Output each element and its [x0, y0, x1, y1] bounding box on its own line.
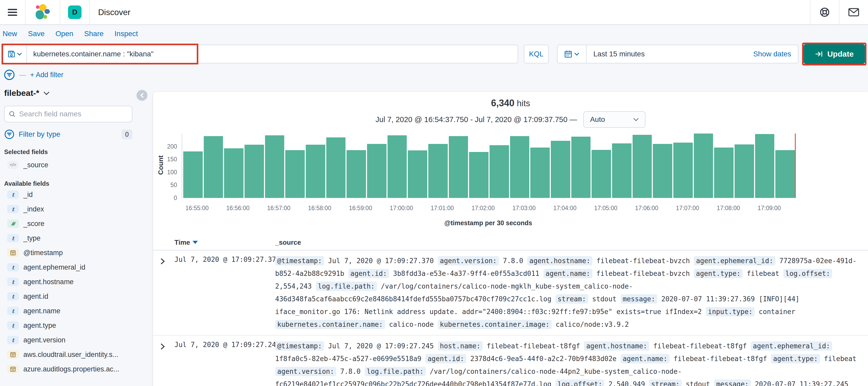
- histogram-bar[interactable]: [346, 150, 366, 198]
- histogram-bar[interactable]: [612, 143, 631, 198]
- source-field-name[interactable]: agent.type:: [771, 354, 820, 363]
- x-tick: 17:07:00: [676, 205, 699, 212]
- histogram-bar[interactable]: [551, 141, 570, 198]
- quick-select-button[interactable]: [558, 45, 587, 63]
- toolbar-link-share[interactable]: Share: [84, 30, 103, 38]
- source-field-name[interactable]: agent.hostname:: [527, 256, 592, 265]
- histogram-bar[interactable]: [592, 150, 611, 198]
- interval-select[interactable]: Auto: [583, 111, 646, 128]
- elastic-logo[interactable]: [25, 4, 60, 21]
- newsfeed-button[interactable]: [839, 0, 868, 24]
- time-column-header[interactable]: Time: [175, 238, 275, 246]
- field-item-_score[interactable]: #_score: [4, 216, 146, 231]
- histogram-bar[interactable]: [653, 144, 672, 198]
- source-field-name[interactable]: input.type:: [706, 307, 754, 316]
- field-item-_id[interactable]: t_id: [4, 187, 146, 202]
- histogram-bar[interactable]: [735, 144, 754, 198]
- histogram-bar[interactable]: [694, 133, 713, 198]
- source-field-name[interactable]: agent.id:: [348, 269, 389, 278]
- source-field-name[interactable]: agent.hostname:: [584, 341, 649, 351]
- source-field-name[interactable]: kubernetes.container.image:: [438, 320, 552, 329]
- field-item-aws.cloudtrail.user_identity.s...[interactable]: aws.cloudtrail.user_identity.s...: [4, 347, 146, 362]
- discover-app-badge[interactable]: D: [68, 5, 82, 19]
- expand-row-button[interactable]: [153, 255, 168, 331]
- field-item-agent.hostname[interactable]: tagent.hostname: [4, 274, 146, 289]
- histogram-bar[interactable]: [428, 144, 448, 198]
- kql-button[interactable]: KQL: [524, 45, 549, 63]
- field-item-@timestamp[interactable]: @timestamp: [4, 245, 146, 260]
- toolbar-link-open[interactable]: Open: [56, 30, 73, 38]
- histogram-bar[interactable]: [775, 150, 795, 198]
- source-field-name[interactable]: kubernetes.container.name:: [275, 320, 385, 329]
- saved-query-button[interactable]: [3, 45, 27, 63]
- show-dates-link[interactable]: Show dates: [753, 50, 798, 58]
- field-item-agent.ephemeral_id[interactable]: tagent.ephemeral_id: [4, 260, 146, 274]
- field-search-input[interactable]: [19, 110, 128, 118]
- source-field-name[interactable]: stream:: [556, 294, 588, 304]
- histogram-bar[interactable]: [755, 134, 775, 198]
- source-field-name[interactable]: log.file.path:: [316, 281, 377, 291]
- expand-row-button[interactable]: [153, 340, 168, 386]
- source-field-name[interactable]: agent.name:: [621, 354, 670, 363]
- histogram-bar[interactable]: [408, 150, 427, 198]
- histogram-bar[interactable]: [265, 135, 284, 198]
- source-field-name[interactable]: log.file.path:: [365, 367, 426, 376]
- histogram-bar[interactable]: [224, 148, 244, 198]
- collapse-sidebar-button[interactable]: [136, 90, 148, 101]
- histogram-bar[interactable]: [204, 136, 223, 198]
- source-field-name[interactable]: agent.ephemeral_id:: [694, 256, 775, 265]
- histogram-bar[interactable]: [449, 136, 468, 198]
- source-field-name[interactable]: host.name:: [438, 341, 483, 351]
- histogram-bar[interactable]: [571, 137, 591, 198]
- source-field-name[interactable]: agent.version:: [438, 256, 499, 265]
- histogram-bar[interactable]: [530, 148, 550, 198]
- filter-icon[interactable]: [4, 69, 15, 81]
- histogram-bar[interactable]: [306, 145, 325, 198]
- histogram-bar[interactable]: [490, 145, 509, 198]
- time-range-value[interactable]: Last 15 minutes: [587, 50, 645, 58]
- source-field-name[interactable]: @timestamp:: [275, 341, 324, 351]
- field-item-agent.id[interactable]: tagent.id: [4, 289, 146, 304]
- source-field-name[interactable]: agent.name:: [544, 269, 592, 278]
- histogram-bar[interactable]: [326, 138, 346, 198]
- source-field-name[interactable]: agent.type:: [694, 269, 743, 278]
- histogram-bar[interactable]: [714, 148, 734, 198]
- histogram-bar[interactable]: [285, 150, 305, 198]
- histogram-bar[interactable]: [510, 136, 529, 198]
- add-filter-link[interactable]: + Add filter: [30, 71, 63, 79]
- histogram-bar[interactable]: [632, 135, 652, 198]
- field-item-agent.name[interactable]: tagent.name: [4, 304, 146, 318]
- field-item-_source[interactable]: </>_source: [4, 159, 146, 171]
- field-item-agent.type[interactable]: tagent.type: [4, 318, 146, 333]
- source-field-name[interactable]: message:: [714, 380, 751, 386]
- help-icon: [819, 7, 830, 18]
- update-button[interactable]: Update: [804, 44, 865, 64]
- toolbar-link-save[interactable]: Save: [28, 30, 44, 38]
- help-button[interactable]: [810, 0, 839, 24]
- histogram-bar[interactable]: [469, 152, 489, 198]
- source-field-name[interactable]: log.offset:: [783, 269, 832, 278]
- source-field-name[interactable]: agent.version:: [275, 367, 336, 376]
- field-item-azure.auditlogs.properties.ac...[interactable]: azure.auditlogs.properties.ac...: [4, 362, 146, 376]
- field-item-agent.version[interactable]: tagent.version: [4, 333, 146, 347]
- filter-by-type-button[interactable]: Filter by type: [19, 130, 60, 139]
- field-item-_type[interactable]: t_type: [4, 231, 146, 245]
- source-field-name[interactable]: message:: [621, 294, 657, 304]
- histogram-bar[interactable]: [183, 151, 203, 198]
- source-field-name[interactable]: agent.ephemeral_id:: [751, 341, 832, 351]
- string-field-icon: t: [7, 278, 19, 286]
- menu-button[interactable]: [0, 0, 25, 25]
- histogram-bar[interactable]: [367, 144, 386, 198]
- field-item-_index[interactable]: t_index: [4, 202, 146, 216]
- histogram-bar[interactable]: [673, 143, 693, 198]
- source-field-name[interactable]: log.offset:: [556, 380, 604, 386]
- index-pattern-select[interactable]: filebeat-*: [4, 88, 146, 98]
- toolbar-link-new[interactable]: New: [3, 30, 17, 38]
- source-field-name[interactable]: @timestamp:: [275, 256, 324, 265]
- source-field-name[interactable]: stream:: [649, 380, 682, 386]
- histogram-bar[interactable]: [245, 145, 264, 198]
- histogram-bar[interactable]: [388, 135, 407, 198]
- query-input[interactable]: kubernetes.container.name : "kibana": [27, 50, 154, 58]
- source-field-name[interactable]: agent.id:: [426, 354, 466, 363]
- toolbar-link-inspect[interactable]: Inspect: [115, 30, 138, 38]
